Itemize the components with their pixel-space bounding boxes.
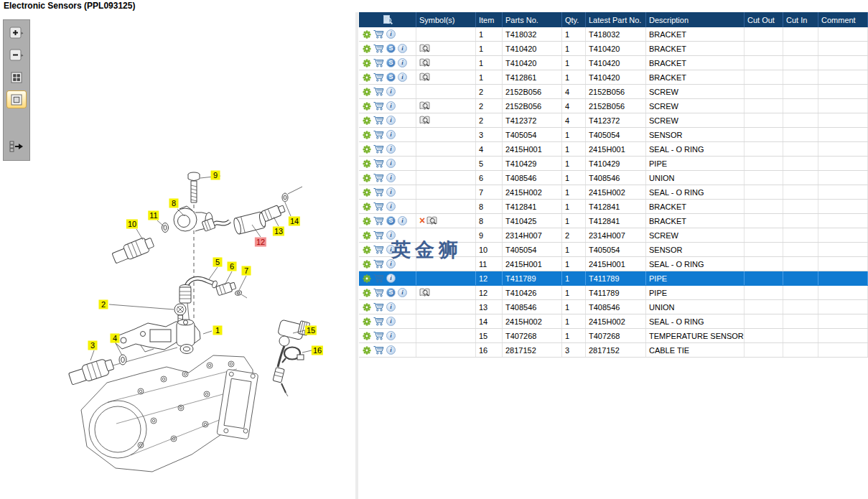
table-row[interactable]: i6T4085461T408546UNION [359,171,868,185]
table-row[interactable]: i5T4104291T410429PIPE [359,157,868,171]
table-row[interactable]: Si1T4104201T410420BRACKET [359,42,868,56]
gear-icon[interactable] [363,102,371,111]
gear-icon[interactable] [363,45,371,53]
info-icon[interactable]: i [386,159,396,168]
cart-icon[interactable] [373,302,384,312]
table-row[interactable]: Si×8T4104251T412841BRACKET [359,214,868,228]
gear-icon[interactable] [363,289,371,297]
cart-icon[interactable] [373,58,384,67]
info-icon[interactable]: i [398,73,407,82]
info-icon[interactable]: i [386,302,396,312]
cart-icon[interactable] [373,144,384,154]
cart-icon[interactable] [373,44,384,53]
info-icon[interactable]: i [398,58,407,67]
table-row[interactable]: Si1T4128611T410420BRACKET [359,70,868,85]
book-magnifier-icon[interactable] [419,116,430,125]
table-row[interactable]: i10T4050541T405054SENSOR [359,243,868,257]
info-icon[interactable]: i [398,216,407,225]
exploded-parts-diagram[interactable] [0,0,357,499]
table-row[interactable]: i22152B05642152B056SCREW [359,85,868,99]
gear-icon[interactable] [363,346,371,355]
callout-9[interactable]: 9 [211,171,220,180]
info-icon[interactable]: i [398,44,407,53]
book-magnifier-icon[interactable] [419,101,430,111]
callout-1[interactable]: 1 [213,326,223,335]
gear-icon[interactable] [363,274,371,283]
gear-icon[interactable] [363,332,371,340]
zoom-in-button[interactable] [7,24,26,41]
table-row[interactable]: Si1T4104201T410420BRACKET [359,56,868,70]
cart-icon[interactable] [373,230,384,240]
table-row[interactable]: i92314H00722314H007SCREW [359,228,868,243]
s-badge-icon[interactable]: S [386,288,396,297]
table-row[interactable]: Si12T4104261T411789PIPE [359,286,868,300]
info-icon[interactable]: i [386,245,396,254]
callout-7[interactable]: 7 [242,266,251,276]
info-icon[interactable]: i [386,29,396,39]
gear-icon[interactable] [363,88,371,96]
gear-icon[interactable] [363,174,371,182]
table-row[interactable]: i8T4128411T412841BRACKET [359,200,868,214]
gear-icon[interactable] [363,30,371,39]
info-icon[interactable]: i [386,144,396,154]
cart-icon[interactable] [373,331,384,340]
gear-icon[interactable] [363,202,371,211]
callout-15[interactable]: 15 [305,326,317,335]
book-magnifier-icon[interactable] [419,288,430,297]
gear-icon[interactable] [363,116,371,125]
callout-4[interactable]: 4 [111,334,120,343]
info-icon[interactable]: i [386,274,396,283]
table-row[interactable]: i142415H00212415H002SEAL - O RING [359,314,868,329]
table-row[interactable]: i13T4085461T408546UNION [359,300,868,314]
callout-16[interactable]: 16 [312,346,323,355]
x-mark-icon[interactable]: × [419,216,425,225]
info-icon[interactable]: i [386,345,396,355]
info-icon[interactable]: i [386,317,396,326]
info-icon[interactable]: i [386,202,396,211]
gear-icon[interactable] [363,131,371,139]
cart-icon[interactable] [373,317,384,326]
cart-icon[interactable] [373,29,384,39]
gear-icon[interactable] [363,145,371,154]
gear-icon[interactable] [363,159,371,168]
info-icon[interactable]: i [386,130,396,139]
info-icon[interactable]: i [386,87,396,96]
cart-icon[interactable] [373,73,384,82]
book-magnifier-icon[interactable] [419,58,430,67]
s-badge-icon[interactable]: S [386,44,396,53]
cart-icon[interactable] [373,345,384,355]
callout-6[interactable]: 6 [228,262,237,271]
callout-5[interactable]: 5 [213,258,223,267]
info-icon[interactable]: i [386,187,396,197]
table-row[interactable]: i15T4072681T407268TEMPERATURE SENSOR [359,329,868,343]
exploded-parts[interactable] [67,172,309,396]
gear-icon[interactable] [363,317,371,326]
callout-14[interactable]: 14 [289,217,300,226]
gear-icon[interactable] [363,303,371,312]
book-magnifier-icon[interactable] [426,216,437,225]
table-row[interactable]: i72415H00212415H002SEAL - O RING [359,185,868,200]
info-icon[interactable]: i [386,173,396,182]
book-magnifier-icon[interactable] [419,44,430,53]
table-row[interactable]: i112415H00112415H001SEAL - O RING [359,257,868,271]
gear-icon[interactable] [363,231,371,240]
s-badge-icon[interactable]: S [386,73,396,82]
cart-icon[interactable] [373,288,384,297]
callout-8[interactable]: 8 [169,199,179,208]
info-icon[interactable]: i [386,116,396,125]
callout-10[interactable]: 10 [126,220,138,229]
tile-view-button[interactable] [7,69,26,85]
info-icon[interactable]: i [386,101,396,111]
info-icon[interactable]: i [386,230,396,240]
table-row[interactable]: i42415H00112415H001SEAL - O RING [359,142,868,157]
cart-icon[interactable] [373,216,384,225]
cart-icon[interactable] [373,87,384,96]
info-icon[interactable]: i [386,259,396,269]
cart-icon[interactable] [373,245,384,254]
table-row[interactable]: i12T4117891T411789PIPE [359,271,868,286]
info-icon[interactable]: i [398,288,407,297]
cart-icon[interactable] [373,187,384,197]
gear-icon[interactable] [363,59,371,67]
export-table-button[interactable] [7,138,26,154]
gear-icon[interactable] [363,217,371,225]
